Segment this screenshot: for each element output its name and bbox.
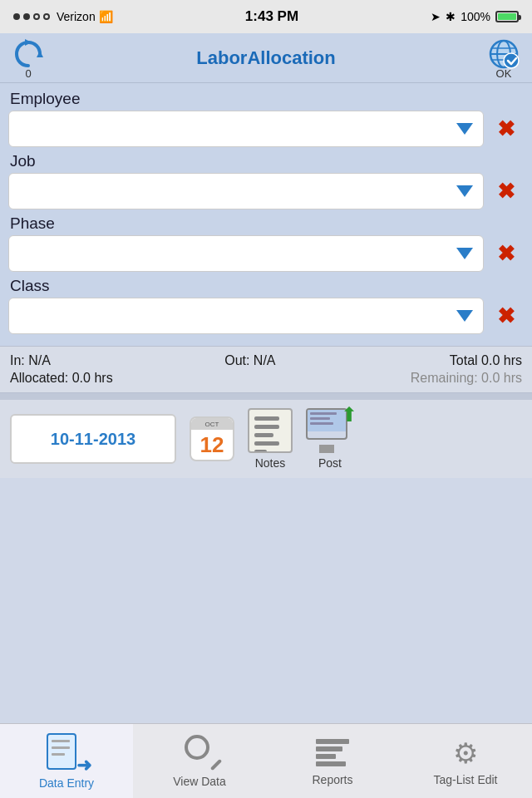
employee-field-group: Employee ✖ (8, 90, 524, 147)
data-entry-icon: ➜ (47, 733, 86, 773)
notes-line-4 (254, 441, 279, 446)
total-value: Total 0.0 hrs (450, 353, 522, 368)
job-select[interactable] (8, 173, 484, 209)
tab-data-entry[interactable]: ➜ Data Entry (0, 724, 133, 798)
post-button[interactable]: ⬆ Post (306, 408, 354, 470)
report-bar-3 (316, 754, 336, 759)
gear-icon: ⚙ (453, 736, 478, 770)
notes-line-1 (254, 416, 279, 421)
employee-row: ✖ (8, 111, 524, 147)
employee-select[interactable] (8, 111, 484, 147)
screen-line (310, 422, 333, 425)
battery-fill (498, 13, 516, 20)
phase-field-group: Phase ✖ (8, 214, 524, 272)
header-title: LaborAllocation (196, 47, 335, 69)
status-left: Verizon 📶 (13, 10, 113, 23)
header-left[interactable]: 0 (10, 36, 47, 80)
calendar-icon: OCT 12 (190, 416, 234, 461)
phase-row: ✖ (8, 235, 524, 272)
info-bar: In: N/A Out: N/A Total 0.0 hrs Allocated… (0, 346, 532, 393)
info-row-2: Allocated: 0.0 hrs Remaining: 0.0 hrs (10, 371, 522, 386)
signal-dots (13, 13, 50, 20)
class-select[interactable] (8, 298, 484, 334)
tab-reports[interactable]: Reports (266, 724, 399, 798)
view-data-icon (181, 735, 218, 771)
notes-line-2 (254, 425, 279, 429)
tab-view-data[interactable]: View Data (133, 724, 266, 798)
allocated-value: Allocated: 0.0 hrs (10, 371, 113, 386)
tab-bar: ➜ Data Entry View Data Reports ⚙ Tag-Lis… (0, 723, 532, 798)
screen-line (310, 412, 337, 415)
cal-top: OCT (191, 418, 233, 430)
class-label: Class (8, 277, 524, 295)
phase-chevron (456, 248, 473, 259)
notes-button[interactable]: Notes (248, 408, 293, 470)
tab-reports-label: Reports (312, 773, 352, 786)
signal-dot-3 (33, 13, 40, 20)
phase-select[interactable] (8, 235, 484, 272)
class-chevron (456, 310, 473, 322)
date-display[interactable]: 10-11-2013 (10, 414, 176, 464)
status-right: ➤ ✱ 100% (431, 10, 519, 23)
bluetooth-icon: ✱ (446, 10, 456, 23)
job-chevron (456, 185, 473, 197)
post-label: Post (318, 456, 342, 470)
notes-line-5 (254, 450, 267, 453)
class-field-group: Class ✖ (8, 277, 524, 334)
svg-marker-1 (37, 51, 43, 57)
tab-view-data-label: View Data (173, 775, 226, 788)
notes-icon (248, 408, 293, 453)
tab-tag-list-edit[interactable]: ⚙ Tag-List Edit (399, 724, 532, 798)
phase-clear-button[interactable]: ✖ (489, 236, 524, 271)
signal-dot-4 (43, 13, 50, 20)
remaining-value: Remaining: 0.0 hrs (411, 371, 522, 386)
phase-label: Phase (8, 214, 524, 233)
battery-percent: 100% (461, 10, 490, 23)
class-clear-button[interactable]: ✖ (489, 298, 524, 333)
job-field-group: Job ✖ (8, 152, 524, 209)
upload-arrow: ⬆ (341, 405, 357, 425)
location-icon: ➤ (431, 10, 441, 23)
out-value: Out: N/A (224, 353, 275, 368)
doc-line (52, 753, 65, 756)
report-bar-1 (316, 739, 349, 744)
employee-chevron (456, 123, 473, 135)
screen-line (310, 417, 330, 420)
class-row: ✖ (8, 298, 524, 334)
monitor-stand (319, 445, 334, 453)
carrier-label: Verizon (57, 10, 96, 23)
calendar-button[interactable]: OCT 12 (190, 416, 234, 461)
battery-icon (495, 11, 519, 22)
notes-label: Notes (255, 456, 286, 470)
doc-arrow: ➜ (76, 755, 91, 776)
action-bar: 10-11-2013 OCT 12 Notes (0, 400, 532, 478)
reports-icon (313, 736, 352, 770)
form-area: Employee ✖ Job ✖ Phase ✖ Class (0, 83, 532, 346)
signal-dot-2 (23, 13, 30, 20)
svg-point-7 (504, 53, 519, 68)
employee-label: Employee (8, 90, 524, 108)
cal-num: 12 (200, 432, 224, 458)
notes-line-3 (254, 433, 273, 437)
header-right[interactable]: OK (485, 36, 522, 80)
job-row: ✖ (8, 173, 524, 209)
status-time: 1:43 PM (245, 8, 298, 25)
search-circle (185, 735, 209, 760)
employee-clear-button[interactable]: ✖ (489, 111, 524, 146)
in-value: In: N/A (10, 353, 51, 368)
header-badge: 0 (25, 67, 31, 80)
header: 0 LaborAllocation OK (0, 33, 532, 83)
svg-marker-0 (25, 39, 32, 46)
signal-dot-1 (13, 13, 20, 20)
doc-content (52, 740, 70, 756)
cal-month: OCT (205, 421, 219, 428)
info-row-1: In: N/A Out: N/A Total 0.0 hrs (10, 353, 522, 368)
tab-tag-list-edit-label: Tag-List Edit (433, 773, 497, 786)
status-bar: Verizon 📶 1:43 PM ➤ ✱ 100% (0, 0, 532, 33)
job-label: Job (8, 152, 524, 170)
ok-label: OK (496, 67, 512, 80)
notes-lines (249, 410, 291, 453)
report-bar-4 (316, 761, 346, 766)
doc-line (52, 746, 70, 749)
job-clear-button[interactable]: ✖ (489, 174, 524, 209)
